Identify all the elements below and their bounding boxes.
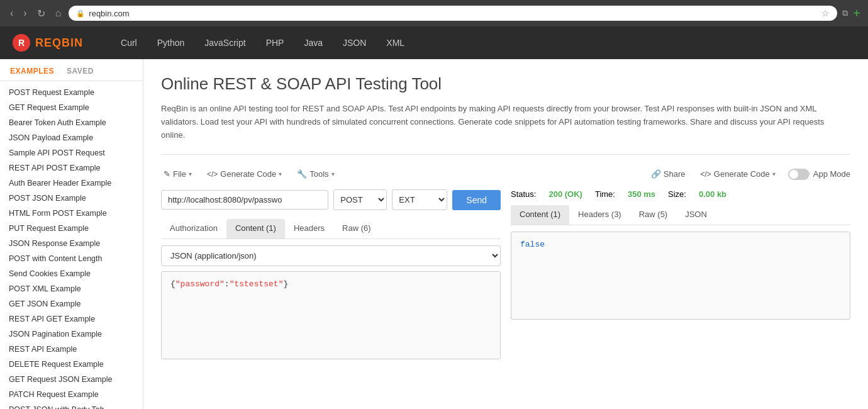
- nav-python[interactable]: Python: [157, 38, 185, 48]
- status-bar: Status: 200 (OK) Time: 350 ms Size: 0.00…: [511, 189, 850, 199]
- nav-php[interactable]: PHP: [266, 38, 284, 48]
- code-editor[interactable]: {"password":"tstestset"}: [161, 271, 501, 359]
- sidebar-item-9[interactable]: PUT Request Example: [0, 221, 143, 236]
- logo-area: R REQBIN: [13, 34, 83, 52]
- status-value: 200 (OK): [548, 189, 582, 199]
- page-title: Online REST & SOAP API Testing Tool: [161, 74, 850, 94]
- sidebar-item-17[interactable]: REST API Example: [0, 342, 143, 357]
- open-brace: {: [170, 279, 175, 289]
- nav-javascript[interactable]: JavaScript: [204, 38, 245, 48]
- sidebar-item-18[interactable]: DELETE Request Example: [0, 357, 143, 372]
- sidebar-item-6[interactable]: Auth Bearer Header Example: [0, 176, 143, 191]
- logo-text: REQBIN: [35, 36, 83, 50]
- toolbar: ✎ File ▾ </> Generate Code ▾ 🔧 Tools ▾ 🔗: [161, 167, 850, 181]
- sidebar-item-5[interactable]: REST API POST Example: [0, 160, 143, 176]
- file-chevron-icon: ▾: [189, 171, 192, 177]
- generate-code-right-chevron-icon: ▾: [772, 171, 776, 177]
- toggle-track: [788, 169, 810, 180]
- ext-select[interactable]: EXT SOAP GraphQL: [392, 189, 447, 210]
- tab-response-headers[interactable]: Headers (3): [569, 205, 630, 225]
- tab-raw[interactable]: Raw (6): [333, 219, 380, 238]
- nav-xml[interactable]: XML: [386, 38, 404, 48]
- toolbar-right: 🔗 Share </> Generate Code ▾ App Mode: [648, 167, 850, 181]
- sidebar-item-4[interactable]: Sample API POST Request: [0, 145, 143, 160]
- file-label: File: [173, 169, 186, 179]
- nav-curl[interactable]: Curl: [121, 38, 137, 48]
- generate-code-left-chevron-icon: ▾: [279, 171, 282, 177]
- address-text: reqbin.com: [89, 9, 818, 18]
- browser-actions: ⧉: [842, 8, 848, 18]
- extension-icon[interactable]: ⧉: [842, 8, 848, 18]
- tools-chevron-icon: ▾: [331, 171, 335, 177]
- sidebar-item-0[interactable]: POST Request Example: [0, 85, 143, 100]
- file-icon: ✎: [164, 169, 170, 179]
- home-button[interactable]: ⌂: [53, 6, 64, 20]
- nav-java[interactable]: Java: [304, 38, 323, 48]
- response-tabs: Content (1) Headers (3) Raw (5) JSON: [511, 205, 850, 225]
- url-input[interactable]: [161, 190, 328, 210]
- bookmark-icon[interactable]: ☆: [821, 8, 830, 18]
- sidebar-item-3[interactable]: JSON Payload Example: [0, 130, 143, 145]
- method-select[interactable]: POST GET PUT DELETE PATCH: [333, 189, 387, 210]
- sidebar-items: POST Request Example GET Request Example…: [0, 81, 143, 409]
- tools-icon: 🔧: [297, 169, 307, 179]
- sidebar-item-13[interactable]: POST XML Example: [0, 281, 143, 296]
- sidebar-item-10[interactable]: JSON Response Example: [0, 236, 143, 251]
- size-value: 0.00 kb: [699, 189, 726, 199]
- size-label: Size:: [668, 189, 686, 199]
- response-area: false: [511, 232, 850, 320]
- tab-headers[interactable]: Headers: [285, 219, 333, 238]
- tab-response-content[interactable]: Content (1): [511, 205, 569, 225]
- tab-content[interactable]: Content (1): [226, 219, 285, 238]
- file-button[interactable]: ✎ File ▾: [161, 167, 194, 181]
- sidebar-item-16[interactable]: JSON Pagination Example: [0, 327, 143, 342]
- tools-label: Tools: [309, 169, 328, 179]
- tab-response-json[interactable]: JSON: [676, 205, 716, 225]
- sidebar-item-21[interactable]: POST JSON with Body Tab: [0, 402, 143, 409]
- colon: :: [225, 279, 230, 289]
- address-bar[interactable]: 🔒 reqbin.com ☆: [69, 6, 837, 21]
- generate-code-left-button[interactable]: </> Generate Code ▾: [204, 167, 284, 181]
- content-type-select[interactable]: JSON (application/json) Text (text/plain…: [161, 245, 501, 266]
- sidebar-item-8[interactable]: HTML Form POST Example: [0, 206, 143, 221]
- sidebar-tab-examples[interactable]: EXAMPLES: [8, 65, 57, 77]
- toggle-knob: [789, 170, 798, 179]
- sidebar-item-14[interactable]: GET JSON Example: [0, 296, 143, 311]
- sidebar-item-12[interactable]: Send Cookies Example: [0, 266, 143, 281]
- sidebar-item-20[interactable]: PATCH Request Example: [0, 387, 143, 402]
- lock-icon: 🔒: [76, 9, 85, 18]
- request-tabs: Authorization Content (1) Headers Raw (6…: [161, 219, 501, 239]
- sidebar-item-15[interactable]: REST API GET Example: [0, 311, 143, 327]
- sidebar-tab-saved[interactable]: SAVED: [64, 65, 96, 77]
- share-icon: 🔗: [651, 169, 661, 179]
- request-bar: POST GET PUT DELETE PATCH EXT SOAP Graph…: [161, 189, 501, 210]
- header-nav: Curl Python JavaScript PHP Java JSON XML: [121, 38, 404, 48]
- right-panel: Status: 200 (OK) Time: 350 ms Size: 0.00…: [511, 189, 850, 359]
- toolbar-left: ✎ File ▾ </> Generate Code ▾ 🔧 Tools ▾: [161, 167, 337, 181]
- tab-authorization[interactable]: Authorization: [161, 219, 226, 238]
- send-button[interactable]: Send: [452, 190, 501, 210]
- forward-button[interactable]: ›: [21, 6, 29, 20]
- generate-code-left-label: Generate Code: [220, 169, 276, 179]
- sidebar-item-1[interactable]: GET Request Example: [0, 100, 143, 115]
- panels: POST GET PUT DELETE PATCH EXT SOAP Graph…: [161, 189, 850, 359]
- share-button[interactable]: 🔗 Share: [648, 167, 688, 181]
- page-description: ReqBin is an online API testing tool for…: [161, 103, 850, 155]
- sidebar-item-2[interactable]: Bearer Token Auth Example: [0, 115, 143, 130]
- sidebar-tabs: EXAMPLES SAVED: [0, 59, 143, 81]
- left-panel: POST GET PUT DELETE PATCH EXT SOAP Graph…: [161, 189, 501, 359]
- main-layout: EXAMPLES SAVED POST Request Example GET …: [0, 59, 868, 409]
- new-tab-button[interactable]: +: [853, 6, 860, 21]
- nav-json[interactable]: JSON: [343, 38, 366, 48]
- tools-button[interactable]: 🔧 Tools ▾: [294, 167, 337, 181]
- back-button[interactable]: ‹: [8, 6, 16, 20]
- app-mode-toggle[interactable]: App Mode: [788, 169, 850, 180]
- sidebar-item-11[interactable]: POST with Content Length: [0, 251, 143, 266]
- tab-response-raw[interactable]: Raw (5): [630, 205, 677, 225]
- reload-button[interactable]: ↻: [35, 6, 48, 21]
- generate-code-right-button[interactable]: </> Generate Code ▾: [698, 167, 777, 181]
- close-brace: }: [283, 279, 288, 289]
- response-body: false: [520, 240, 545, 249]
- sidebar-item-7[interactable]: POST JSON Example: [0, 191, 143, 206]
- sidebar-item-19[interactable]: GET Request JSON Example: [0, 372, 143, 387]
